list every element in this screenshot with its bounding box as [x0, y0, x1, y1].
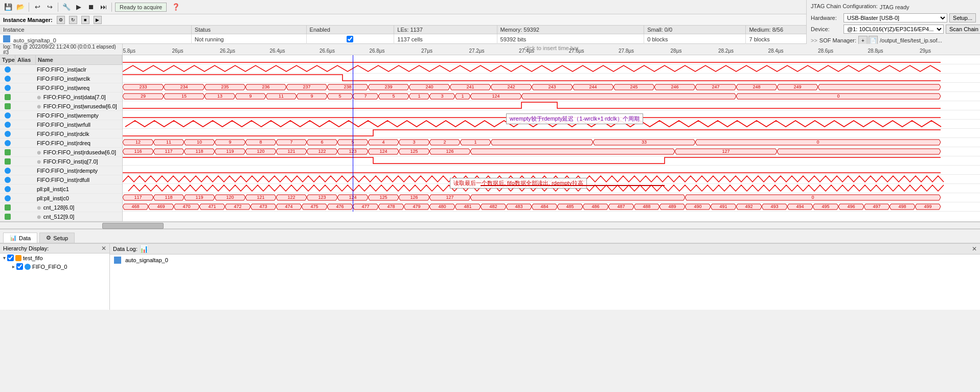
signal-row[interactable]: FIFO:FIFO_inst|wrclk: [0, 74, 122, 83]
signal-row[interactable]: FIFO:FIFO_inst|rdclk: [0, 129, 122, 139]
bus-value: 123: [349, 149, 356, 154]
waveform-area[interactable]: click to insert time bar 25.8µs26µs26.2µ…: [123, 44, 980, 221]
signal-row[interactable]: FIFO:FIFO_inst|rdreq: [0, 139, 122, 148]
sig-expand-icon[interactable]: ⊕: [37, 205, 42, 211]
wave-svg: [123, 156, 980, 166]
sig-type-icon: [5, 103, 11, 109]
instance-enabled[interactable]: [306, 34, 394, 45]
bus-value: 3: [413, 140, 415, 145]
device-select[interactable]: @1: 10CL016(Y|Z)/EP3C16/EP4...: [844, 25, 944, 34]
sig-expand-icon[interactable]: ⊕: [37, 159, 42, 165]
bus-value: 1: [418, 94, 420, 99]
setup-button[interactable]: Setup...: [949, 13, 976, 22]
sig-expand-icon[interactable]: ⊕: [37, 104, 42, 109]
wave-row: 4684694704714724734744754764774784794804…: [123, 202, 980, 212]
hardware-select[interactable]: USB-Blaster [USB-0]: [844, 13, 947, 22]
tree-item-fifo[interactable]: ▸ FIFO_FIFO_0: [0, 262, 109, 271]
signal-row[interactable]: FIFO:FIFO_inst|aclr: [0, 65, 122, 74]
signal-list: log: Trig @ 2022/09/22 11:24:00 (0:0:0.1…: [0, 44, 123, 221]
signal-row[interactable]: FIFO:FIFO_inst|wrfull: [0, 120, 122, 129]
im-config-icon[interactable]: ⚙: [57, 16, 65, 24]
wave-svg: [123, 101, 980, 110]
sig-name-cell: ⊕ FIFO:FIFO_inst|q[7.0]: [36, 158, 122, 165]
signal-row[interactable]: ⊕ FIFO:FIFO_inst|wrusedw[6.0]: [0, 102, 122, 111]
wave-svg: 4684694704714724734744754764774784794804…: [123, 202, 980, 212]
im-play-icon[interactable]: ▶: [94, 16, 102, 24]
im-refresh-icon[interactable]: ↻: [69, 16, 77, 24]
tree-item-label2: FIFO_FIFO_0: [32, 264, 67, 270]
signal-row[interactable]: FIFO:FIFO_inst|wrempty: [0, 111, 122, 120]
name-header: Name: [36, 55, 122, 64]
hierarchy-close-button[interactable]: ✕: [101, 245, 106, 252]
sig-expand-icon[interactable]: ⊕: [37, 95, 42, 100]
scrollbar-area[interactable]: [0, 222, 980, 229]
signal-row[interactable]: pll:pll_inst|c0: [0, 194, 122, 203]
wave-svg: 1171181191201211221231241251261270: [123, 193, 980, 202]
scan-chain-button[interactable]: Scan Chain: [946, 25, 980, 34]
signal-row[interactable]: ⊕ FIFO:FIFO_inst|data[7.0]: [0, 93, 122, 102]
hierarchy-header: Hierarchy Display: ✕: [0, 244, 109, 253]
sof-arrows: >>: [811, 37, 817, 43]
undo-icon[interactable]: ↩: [32, 2, 42, 12]
data-log-close-button[interactable]: ✕: [972, 245, 977, 252]
sig-type-cell: [0, 66, 15, 73]
bus-value: 13: [217, 94, 222, 99]
sig-type-cell: [0, 85, 15, 91]
instance-small: 0 blocks: [644, 34, 746, 45]
sig-type-icon: [5, 158, 11, 165]
redo-icon[interactable]: ↪: [44, 2, 55, 12]
instance-status: Not running: [191, 34, 306, 45]
plugin-icon[interactable]: 🔧: [61, 2, 72, 12]
help-icon[interactable]: ❓: [171, 2, 181, 12]
sig-type-icon: [5, 204, 11, 211]
sig-expand-icon[interactable]: ⊕: [37, 214, 42, 220]
signal-row[interactable]: ⊕ cnt_512[9.0]: [0, 212, 122, 221]
wave-row: [123, 166, 980, 175]
sig-name-cell: ⊕ cnt_128[6.0]: [36, 204, 122, 211]
signal-row[interactable]: ⊕ FIFO:FIFO_inst|rdusedw[6.0]: [0, 148, 122, 157]
sig-type-cell: [0, 214, 15, 220]
sig-name-cell: FIFO:FIFO_inst|wreq: [36, 85, 122, 91]
sig-type-cell: [0, 177, 15, 183]
wave-row: 29151391195751311240: [123, 92, 980, 101]
tree-checkbox[interactable]: [7, 255, 14, 261]
time-tick: 28.4µs: [768, 48, 783, 54]
sig-type-icon: [5, 76, 11, 82]
time-tick: 27.4µs: [519, 48, 534, 54]
sig-type-icon: [5, 112, 11, 119]
tree-item-test-fifo[interactable]: ▾ test_fifo: [0, 253, 109, 262]
tree-checkbox2[interactable]: [16, 263, 23, 270]
open-icon[interactable]: 📂: [15, 2, 26, 12]
signal-row[interactable]: FIFO:FIFO_inst|rdfull: [0, 175, 122, 185]
run-icon[interactable]: ▶: [74, 2, 84, 12]
tab-setup[interactable]: ⚙ Setup: [39, 233, 75, 243]
bus-value: 244: [589, 84, 597, 89]
sig-name-cell: ⊕ FIFO:FIFO_inst|rdusedw[6.0]: [36, 149, 122, 155]
bus-value: 9: [249, 94, 252, 99]
bus-value: 239: [384, 84, 392, 89]
tab-data[interactable]: 📊 Data: [3, 233, 37, 243]
wave-row: [123, 175, 980, 184]
bus-value: 6: [321, 140, 323, 145]
sig-expand-icon[interactable]: ⊕: [37, 150, 42, 155]
signal-row[interactable]: pll:pll_inst|c1: [0, 185, 122, 194]
bottom-tabs: 📊 Data ⚙ Setup: [0, 229, 980, 243]
step-icon[interactable]: ⏭: [98, 2, 108, 12]
sig-name-cell: FIFO:FIFO_inst|wrclk: [36, 76, 122, 82]
wave-row: [123, 101, 980, 110]
sof-label: SOF Manager:: [819, 37, 856, 43]
save-icon[interactable]: 💾: [3, 2, 13, 12]
im-stop-icon[interactable]: ■: [81, 16, 89, 24]
scroll-thumb[interactable]: [102, 223, 164, 229]
sig-type-icon: [5, 94, 11, 100]
signal-row[interactable]: ⊕ FIFO:FIFO_inst|q[7.0]: [0, 157, 122, 166]
signal-row[interactable]: ⊕ cnt_128[6.0]: [0, 203, 122, 212]
signal-row[interactable]: FIFO:FIFO_inst|wreq: [0, 83, 122, 93]
stop-icon[interactable]: ⏹: [86, 2, 96, 12]
bus-value: 15: [181, 94, 187, 99]
signal-row[interactable]: FIFO:FIFO_inst|rdempty: [0, 166, 122, 175]
tree-expand-icon2: ▸: [12, 264, 15, 269]
bus-value: 490: [694, 204, 701, 209]
bus-value: 5: [338, 94, 341, 99]
svg-marker-73: [470, 195, 685, 200]
